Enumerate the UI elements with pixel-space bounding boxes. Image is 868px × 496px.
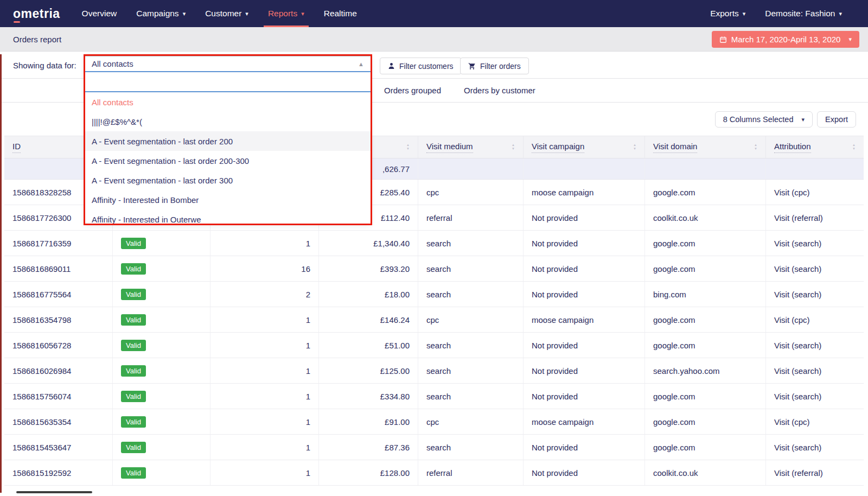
nav-item-reports[interactable]: Reports▾ [258, 0, 314, 27]
dropdown-option[interactable]: A - Event segmentation - last order 200-… [85, 151, 371, 170]
logo-rest: metria [21, 7, 60, 21]
cell-visit_domain: google.com [645, 307, 766, 332]
dropdown-option[interactable]: All contacts [85, 92, 371, 112]
cell-text: 1 [306, 239, 310, 248]
table-row[interactable]: 1586815192592Valid1£128.00referralNot pr… [4, 460, 864, 486]
cell-id: 1586815192592 [4, 460, 113, 485]
cell-price: £146.24 [319, 307, 418, 332]
cell-visit_medium: cpc [418, 409, 524, 434]
cell-text: £91.00 [385, 417, 410, 427]
cell-text: cpc [426, 417, 439, 427]
cell-visit_medium: search [418, 384, 524, 409]
cell-text: 1 [306, 392, 310, 401]
cell-text: coolkit.co.uk [653, 213, 698, 222]
total-price-fragment: ,626.77 [382, 164, 410, 174]
cell-visit_domain: google.com [645, 231, 766, 256]
cell-text: 1586816354798 [12, 315, 71, 325]
table-row[interactable]: 1586816026984Valid1£125.00searchNot prov… [4, 358, 864, 384]
table-row[interactable]: 1586815756074Valid1£334.80searchNot prov… [4, 384, 864, 409]
cell-status: Valid [113, 282, 210, 307]
export-button[interactable]: Export [817, 111, 856, 128]
horizontal-scrollbar-thumb[interactable] [16, 491, 92, 493]
nav-item-realtime[interactable]: Realtime [314, 0, 367, 27]
cell-text: 1 [306, 417, 310, 427]
tab-orders-grouped[interactable]: Orders grouped [384, 86, 441, 95]
cell-visit_campaign: moose campaign [524, 409, 645, 434]
table-row[interactable]: 1586816869011Valid16£393.20searchNot pro… [4, 256, 864, 282]
column-header-label: Attribution [774, 142, 811, 153]
nav-item-label: Reports [268, 9, 297, 18]
cell-text: google.com [653, 315, 695, 325]
top-navbar: ometria OverviewCampaigns▾Customer▾Repor… [0, 0, 868, 27]
chevron-down-icon: ▾ [801, 116, 805, 123]
page-header-band: Orders report March 17, 2020-April 13, 2… [0, 27, 868, 52]
dropdown-option[interactable]: Affinity - Interested in Bomber [85, 190, 371, 209]
table-row[interactable]: 1586815635354Valid1£91.00cpcmoose campai… [4, 409, 864, 435]
cell-price: £18.00 [319, 282, 418, 307]
cell-attribution: Visit (referral) [766, 460, 864, 485]
nav-item-customer[interactable]: Customer▾ [195, 0, 258, 27]
segment-search-input[interactable] [85, 72, 371, 91]
table-row[interactable]: 1586815453647Valid1£87.36searchNot provi… [4, 435, 864, 460]
cell-text: cpc [426, 188, 439, 197]
date-range-button[interactable]: March 17, 2020-April 13, 2020 ▾ [712, 31, 859, 48]
cell-text: Not provided [532, 213, 578, 222]
logo-o: o [13, 7, 21, 21]
nav-item-exports[interactable]: Exports▾ [700, 0, 755, 27]
column-header-visit_domain[interactable]: Visit domain▲▼ [645, 136, 766, 158]
nav-item-overview[interactable]: Overview [72, 0, 127, 27]
cell-visit_domain: bing.com [645, 282, 766, 307]
calendar-icon [719, 36, 727, 43]
columns-selector-button[interactable]: 8 Columns Selected ▾ [715, 111, 813, 128]
cell-price: £87.36 [319, 435, 418, 460]
cell-text: moose campaign [532, 188, 593, 197]
status-badge: Valid [121, 467, 146, 479]
site-selector[interactable]: Demosite: Fashion▾ [755, 0, 852, 27]
cell-visit_domain: google.com [645, 435, 766, 460]
cell-id: 1586816056728 [4, 333, 113, 358]
cell-text: Visit (search) [774, 290, 821, 299]
cell-quantity: 1 [210, 384, 319, 409]
dropdown-option[interactable]: A - Event segmentation - last order 300 [85, 170, 371, 190]
cell-id: 1586816026984 [4, 358, 113, 383]
filter-customers-button[interactable]: Filter customers [380, 58, 462, 74]
nav-item-campaigns[interactable]: Campaigns▾ [126, 0, 195, 27]
dropdown-option[interactable]: Affinity - Interested in Outerwe [85, 209, 371, 224]
cell-text: 2 [306, 290, 310, 299]
dropdown-option[interactable]: ||||!@£$%^&*( [85, 112, 371, 131]
cell-attribution: Visit (cpc) [766, 180, 864, 205]
tab-orders-by-customer[interactable]: Orders by customer [464, 86, 535, 95]
cell-text: 1586815635354 [12, 417, 71, 427]
nav-item-label: Realtime [324, 9, 357, 18]
cart-icon [468, 62, 476, 70]
table-row[interactable]: 1586816056728Valid1£51.00searchNot provi… [4, 333, 864, 358]
cell-text: google.com [653, 417, 695, 427]
cell-status: Valid [113, 384, 210, 409]
cell-text: 1 [306, 315, 310, 325]
cell-visit_campaign: Not provided [524, 231, 645, 256]
cell-text: £146.24 [380, 315, 410, 325]
chevron-down-icon: ▾ [183, 10, 186, 17]
table-row[interactable]: 1586816354798Valid1£146.24cpcmoose campa… [4, 307, 864, 333]
cell-text: Visit (search) [774, 341, 821, 350]
cell-text: Visit (cpc) [774, 188, 810, 197]
cell-visit_campaign: moose campaign [524, 307, 645, 332]
column-header-attribution[interactable]: Attribution▲▼ [766, 136, 864, 158]
filter-orders-button[interactable]: Filter orders [460, 58, 529, 74]
table-row[interactable]: 1586817716359Valid1£1,340.40searchNot pr… [4, 231, 864, 256]
ometria-logo[interactable]: ometria [13, 0, 60, 27]
dropdown-option[interactable]: A - Event segmentation - last order 200 [85, 131, 371, 151]
column-header-visit_medium[interactable]: Visit medium▲▼ [418, 136, 524, 158]
cell-attribution: Visit (search) [766, 384, 864, 409]
cell-text: Visit (search) [774, 366, 821, 376]
cell-text: Visit (referral) [774, 468, 823, 478]
status-badge: Valid [121, 238, 146, 249]
segment-select[interactable]: All contacts ▲ [85, 56, 371, 72]
column-header-visit_campaign[interactable]: Visit campaign▲▼ [524, 136, 645, 158]
cell-price: £128.00 [319, 460, 418, 485]
cell-text: 1586816869011 [12, 264, 71, 274]
table-row[interactable]: 1586816775564Valid2£18.00searchNot provi… [4, 282, 864, 307]
status-badge: Valid [121, 391, 146, 402]
nav-item-label: Customer [205, 9, 241, 18]
cell-text: search.yahoo.com [653, 366, 720, 376]
